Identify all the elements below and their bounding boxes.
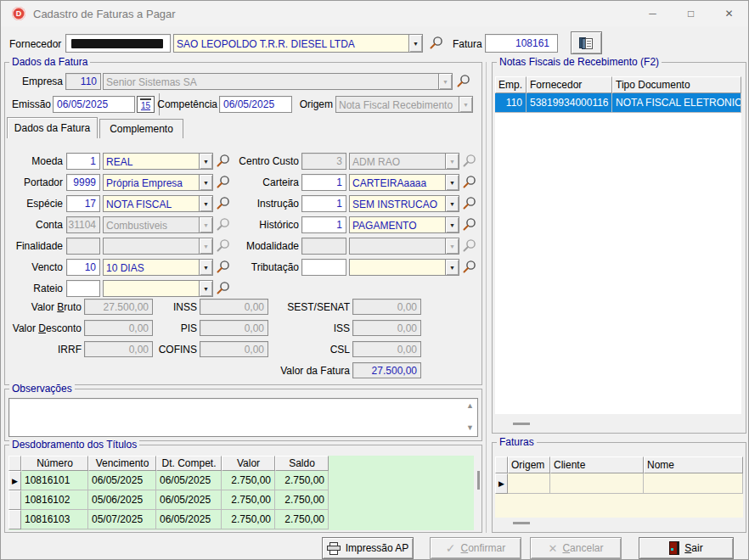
table-cell[interactable] [550,473,644,494]
sair-button[interactable]: Sair [639,537,734,559]
especie-label: Espécie [5,198,63,210]
pis-label: PIS [117,322,197,334]
cancel-x-icon: ✕ [549,542,558,555]
table-cell[interactable]: 10816101 [21,471,88,490]
carteira-search-icon[interactable] [462,175,476,189]
table-cell[interactable]: NOTA FISCAL ELETRONICA [612,93,741,113]
tributacao-code-field[interactable] [301,259,346,276]
carteira-code-field[interactable]: 1 [301,174,346,191]
scrollbar-thumb[interactable] [513,522,530,524]
tributacao-combo[interactable]: ▼ [349,259,459,276]
notas-fiscais-group: Notas Fiscais de Recebimento (F2) Emp. F… [492,62,746,434]
tab-dados-da-fatura[interactable]: Dados da Fatura [7,117,98,138]
table-cell[interactable]: 06/05/2025 [88,471,156,490]
table-cell[interactable]: 06/05/2025 [156,471,222,490]
iss-label: ISS [260,322,350,334]
desdobramento-grid-bg: Número Vencimento Dt. Compet. Valor Sald… [8,456,474,530]
rateio-search-icon[interactable] [216,281,230,295]
vencto-code-field[interactable]: 10 [66,259,100,276]
table-cell[interactable]: 2.750,00 [222,510,275,529]
scroll-up-icon[interactable]: ▲ [466,401,474,410]
table-cell[interactable]: 53819934000116 [527,93,612,113]
portador-code-field[interactable]: 9999 [66,174,100,191]
moeda-combo[interactable]: REAL ▼ [103,153,213,170]
copy-invoice-button[interactable] [571,31,602,54]
historico-combo-arrow-icon[interactable]: ▼ [445,217,459,232]
portador-combo-arrow-icon[interactable]: ▼ [199,175,212,190]
table-cell[interactable]: 05/06/2025 [88,490,156,510]
scrollbar-thumb[interactable] [513,423,530,425]
notas-grid: Emp. Fornecedor Tipo Documento 110 53819… [495,76,741,113]
table-cell[interactable]: 10816103 [21,510,88,529]
observacoes-textarea[interactable] [8,398,478,437]
close-icon: ✕ [724,8,733,20]
especie-combo-arrow-icon[interactable]: ▼ [199,196,212,211]
rateio-code-field[interactable] [66,280,100,297]
vencto-combo-arrow-icon[interactable]: ▼ [199,260,212,275]
notas-list-area[interactable] [495,113,741,414]
valor-da-fatura-field: 27.500,00 [352,362,421,378]
moeda-combo-arrow-icon[interactable]: ▼ [199,154,212,169]
table-cell[interactable]: 06/05/2025 [156,510,222,529]
especie-combo[interactable]: NOTA FISCAL ▼ [103,195,213,212]
fornecedor-combo-arrow-icon[interactable]: ▼ [408,35,422,52]
impressao-ap-button[interactable]: Impressão AP [322,537,414,559]
table-cell[interactable]: 2.750,00 [275,510,329,529]
instrucao-code-field[interactable]: 1 [301,195,346,212]
table-cell[interactable]: 10816102 [21,490,88,510]
vencto-combo-value: 10 DIAS [104,260,199,275]
finalidade-code-field [66,238,100,255]
fornecedor-search-icon[interactable] [429,36,443,50]
vencto-combo[interactable]: 10 DIAS ▼ [103,259,213,276]
empresa-search-icon[interactable] [456,74,470,88]
table-cell[interactable]: 2.750,00 [222,471,275,490]
carteira-combo-arrow-icon[interactable]: ▼ [445,175,459,190]
minimize-button[interactable]: ─ [634,1,672,26]
table-cell[interactable] [508,473,550,494]
competencia-field[interactable]: 06/05/2025 [219,96,292,113]
table-cell[interactable]: 05/07/2025 [88,510,156,529]
table-cell[interactable] [644,473,743,494]
table-cell[interactable]: 110 [495,93,527,113]
centro-custo-search-icon[interactable] [462,154,476,168]
table-cell[interactable]: 2.750,00 [275,490,329,510]
rateio-combo[interactable]: ▼ [103,280,213,297]
fatura-field[interactable]: 108161 [485,34,558,53]
table-cell[interactable]: 2.750,00 [222,490,275,510]
maximize-button[interactable]: □ [672,1,710,26]
fornecedor-code-input[interactable] [65,34,171,53]
scrollbar-thumb[interactable] [477,471,480,490]
modalidade-search-icon[interactable] [462,238,476,253]
printer-icon [327,542,341,555]
portador-combo[interactable]: Própria Empresa ▼ [103,174,213,191]
historico-search-icon[interactable] [462,217,476,232]
app-window: D Cadastro de Faturas a Pagar ─ □ ✕ Forn… [0,0,749,560]
historico-combo[interactable]: PAGAMENTO ▼ [349,216,459,233]
table-cell[interactable]: 06/05/2025 [156,490,222,510]
instrucao-combo-arrow-icon[interactable]: ▼ [445,196,459,211]
origem-combo: Nota Fiscal Recebimento ▼ [335,96,473,113]
instrucao-search-icon[interactable] [462,196,476,210]
emissao-field[interactable]: 06/05/2025 [53,96,135,113]
fornecedor-combo[interactable]: SAO LEOPOLDO T.R.R. DIESEL LTDA ▼ [173,34,423,53]
close-button[interactable]: ✕ [710,1,748,26]
instrucao-combo[interactable]: SEM INSTRUCAO ▼ [349,195,459,212]
carteira-combo-value: CARTEIRAaaaa [350,175,445,190]
panel-splitter[interactable] [486,62,487,533]
scroll-down-icon[interactable]: ▼ [466,423,474,432]
rateio-combo-arrow-icon[interactable]: ▼ [199,281,212,296]
check-icon: ✓ [446,541,456,555]
historico-code-field[interactable]: 1 [301,216,346,233]
tributacao-combo-arrow-icon[interactable]: ▼ [445,260,459,275]
col-header: Vencimento [88,456,156,471]
tab-complemento[interactable]: Complemento [99,119,183,138]
carteira-combo[interactable]: CARTEIRAaaaa ▼ [349,174,459,191]
modalidade-label: Modalidade [228,240,299,252]
especie-code-field[interactable]: 17 [66,195,100,212]
modalidade-combo-arrow-icon: ▼ [445,238,459,254]
irrf-label: IRRF [5,344,82,356]
finalidade-combo-value [104,238,199,254]
table-cell[interactable]: 2.750,00 [275,471,329,490]
moeda-code-field[interactable]: 1 [66,153,100,170]
tributacao-search-icon[interactable] [462,260,476,274]
